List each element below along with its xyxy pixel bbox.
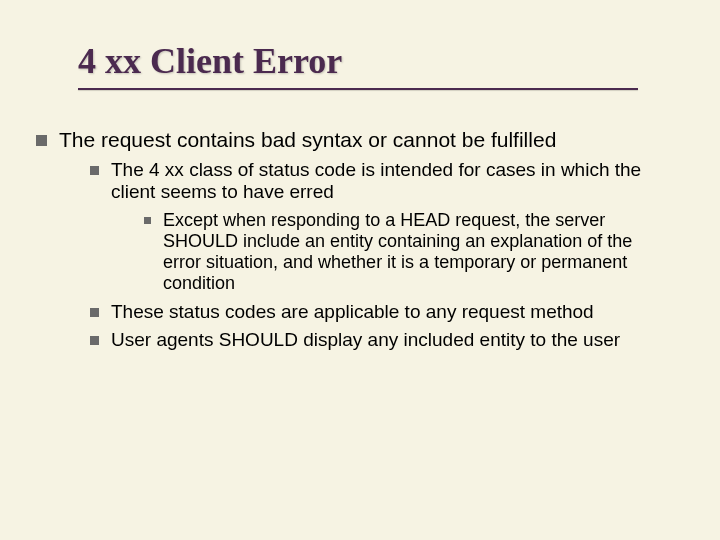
square-bullet-icon [90, 308, 99, 317]
bullet-text: User agents SHOULD display any included … [111, 329, 656, 351]
list-item: The request contains bad syntax or canno… [36, 128, 656, 153]
list-item: The 4 xx class of status code is intende… [36, 159, 656, 204]
square-bullet-icon [36, 135, 47, 146]
square-bullet-icon [90, 166, 99, 175]
list-item: These status codes are applicable to any… [36, 301, 656, 323]
square-bullet-icon [90, 336, 99, 345]
bullet-text: Except when responding to a HEAD request… [163, 210, 656, 295]
slide-title: 4 xx Client Error [0, 0, 720, 88]
bullet-text: The request contains bad syntax or canno… [59, 128, 656, 153]
slide-body: The request contains bad syntax or canno… [0, 90, 720, 351]
square-bullet-icon [144, 217, 151, 224]
bullet-text: The 4 xx class of status code is intende… [111, 159, 656, 204]
bullet-text: These status codes are applicable to any… [111, 301, 656, 323]
list-item: Except when responding to a HEAD request… [36, 210, 656, 295]
list-item: User agents SHOULD display any included … [36, 329, 656, 351]
